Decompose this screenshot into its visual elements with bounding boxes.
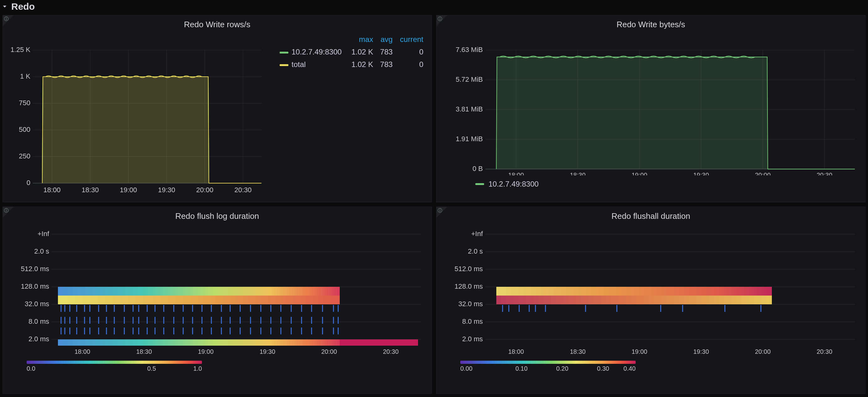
svg-text:20:30: 20:30 — [817, 172, 832, 175]
svg-rect-30 — [440, 18, 440, 18]
legend-col-avg[interactable]: avg — [376, 33, 396, 46]
svg-text:2.0 ms: 2.0 ms — [29, 335, 49, 343]
chart-redo-flush-log-duration[interactable]: +Inf 2.0 s 512.0 ms 128.0 ms 32.0 ms 8.0… — [8, 223, 424, 358]
svg-text:32.0 ms: 32.0 ms — [458, 300, 483, 308]
svg-rect-181 — [440, 210, 440, 212]
color-scale: 0.00 0.10 0.20 0.30 0.40 — [441, 360, 860, 372]
chevron-down-icon — [2, 4, 8, 9]
svg-rect-191 — [496, 296, 772, 304]
svg-text:500: 500 — [19, 126, 30, 133]
svg-text:19:30: 19:30 — [693, 348, 709, 355]
panel-menu-corner[interactable] — [3, 16, 17, 27]
svg-text:0 B: 0 B — [472, 165, 483, 173]
svg-rect-64 — [58, 339, 340, 346]
legend-row[interactable]: 10.2.7.49:8300 — [441, 177, 860, 188]
svg-text:32.0 ms: 32.0 ms — [25, 300, 49, 308]
panel-redo-flush-log-duration[interactable]: Redo flush log duration — [2, 207, 432, 394]
svg-text:128.0 ms: 128.0 ms — [21, 282, 50, 290]
svg-text:250: 250 — [19, 152, 30, 160]
svg-rect-55 — [6, 210, 7, 212]
panel-menu-corner[interactable] — [436, 207, 451, 218]
section-header[interactable]: Redo — [0, 0, 868, 15]
svg-text:+Inf: +Inf — [471, 230, 483, 238]
svg-text:1 K: 1 K — [20, 72, 30, 80]
legend-swatch — [280, 52, 288, 54]
svg-rect-67 — [58, 296, 340, 304]
section-title: Redo — [11, 1, 35, 12]
panel-title: Redo Write bytes/s — [436, 16, 865, 31]
svg-text:19:30: 19:30 — [158, 186, 175, 194]
svg-text:20:00: 20:00 — [755, 348, 771, 355]
svg-rect-2 — [6, 18, 7, 18]
svg-text:18:00: 18:00 — [508, 172, 524, 175]
svg-text:2.0 s: 2.0 s — [468, 247, 483, 255]
svg-text:18:00: 18:00 — [43, 186, 60, 194]
svg-text:19:00: 19:00 — [631, 348, 647, 355]
panel-menu-corner[interactable] — [3, 207, 17, 218]
panel-title: Redo Write rows/s — [3, 16, 432, 31]
svg-text:20:00: 20:00 — [755, 172, 771, 175]
svg-text:3.81 MiB: 3.81 MiB — [456, 105, 483, 113]
svg-text:1.25 K: 1.25 K — [10, 46, 30, 54]
svg-text:750: 750 — [19, 99, 30, 107]
svg-text:19:00: 19:00 — [120, 186, 137, 194]
svg-text:1.91 MiB: 1.91 MiB — [456, 135, 483, 143]
legend-label: total — [291, 60, 306, 68]
svg-text:2.0 ms: 2.0 ms — [462, 335, 483, 343]
svg-rect-66 — [58, 287, 340, 296]
legend-row[interactable]: total 1.02 K 783 0 — [277, 58, 427, 71]
legend-row[interactable]: 10.2.7.49:8300 1.02 K 783 0 — [277, 46, 427, 58]
svg-text:20:00: 20:00 — [196, 186, 213, 194]
svg-text:18:30: 18:30 — [136, 348, 152, 355]
svg-text:18:30: 18:30 — [570, 172, 586, 175]
legend-swatch — [475, 183, 484, 185]
svg-text:2.0 s: 2.0 s — [34, 247, 49, 255]
info-icon — [437, 208, 442, 213]
legend-swatch — [280, 64, 288, 66]
legend-label: 10.2.7.49:8300 — [489, 180, 538, 188]
chart-redo-write-rows[interactable]: 1.25 K 1 K 750 500 250 0 18:00 18:30 19:… — [8, 31, 268, 194]
svg-rect-56 — [6, 209, 7, 210]
svg-text:20:30: 20:30 — [383, 348, 399, 355]
svg-text:18:00: 18:00 — [508, 348, 524, 355]
svg-rect-190 — [496, 287, 772, 296]
svg-text:18:00: 18:00 — [74, 348, 90, 355]
legend-col-current[interactable]: current — [396, 33, 427, 46]
svg-text:8.0 ms: 8.0 ms — [462, 317, 483, 325]
chart-redo-flushall-duration[interactable]: +Inf 2.0 s 512.0 ms 128.0 ms 32.0 ms 8.0… — [441, 223, 858, 358]
svg-text:18:30: 18:30 — [82, 186, 99, 194]
svg-text:20:00: 20:00 — [321, 348, 337, 355]
svg-text:8.0 ms: 8.0 ms — [29, 317, 49, 325]
panel-redo-write-bytes[interactable]: Redo Write bytes/s 7.63 MiB 5.72 MiB — [436, 15, 866, 202]
svg-text:5.72 MiB: 5.72 MiB — [456, 75, 483, 83]
legend-table[interactable]: max avg current 10.2.7.49:8300 1.02 K 78… — [268, 31, 427, 194]
svg-text:20:30: 20:30 — [817, 348, 832, 355]
color-scale: 0.0 0.5 1.0 — [8, 360, 427, 372]
svg-rect-65 — [340, 339, 418, 346]
chart-redo-write-bytes[interactable]: 7.63 MiB 5.72 MiB 3.81 MiB 1.91 MiB 0 B … — [441, 31, 858, 175]
svg-text:128.0 ms: 128.0 ms — [455, 282, 483, 290]
panel-redo-flushall-duration[interactable]: Redo flushall duration — [436, 207, 866, 394]
svg-rect-1 — [6, 19, 7, 20]
svg-rect-29 — [440, 19, 440, 20]
svg-text:512.0 ms: 512.0 ms — [455, 265, 483, 273]
svg-rect-182 — [440, 209, 440, 210]
svg-text:19:30: 19:30 — [693, 172, 709, 175]
info-icon — [4, 208, 9, 213]
svg-text:19:00: 19:00 — [631, 172, 647, 175]
info-icon — [437, 16, 442, 21]
svg-text:18:30: 18:30 — [570, 348, 586, 355]
legend-col-max[interactable]: max — [347, 33, 376, 46]
svg-text:7.63 MiB: 7.63 MiB — [456, 46, 483, 54]
svg-text:19:30: 19:30 — [259, 348, 275, 355]
svg-text:19:00: 19:00 — [198, 348, 214, 355]
panel-redo-write-rows[interactable]: Redo Write rows/s 1.25 — [2, 15, 432, 202]
svg-text:0: 0 — [27, 179, 30, 187]
svg-text:20:30: 20:30 — [234, 186, 251, 194]
info-icon — [4, 16, 9, 21]
panel-title: Redo flush log duration — [3, 207, 432, 223]
legend-label: 10.2.7.49:8300 — [291, 48, 342, 56]
panel-title: Redo flushall duration — [436, 207, 865, 223]
panel-menu-corner[interactable] — [436, 16, 451, 27]
svg-text:+Inf: +Inf — [38, 230, 50, 238]
